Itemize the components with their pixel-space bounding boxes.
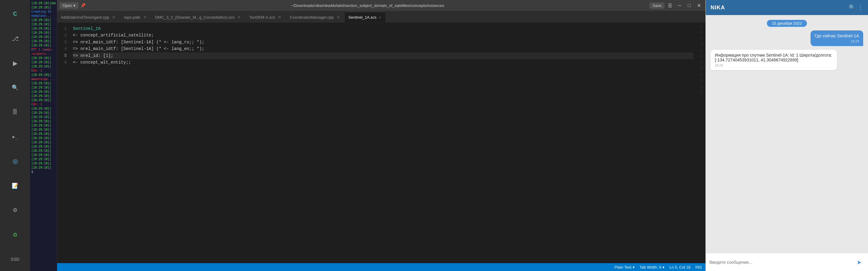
tab-label: CoordinatesManager.cpp	[290, 15, 334, 20]
bookmark-icon-11[interactable]: ☆	[700, 84, 703, 89]
terminal-line: [18:29:18][	[31, 111, 56, 115]
terminal-line: [18:29:18][	[31, 149, 56, 153]
terminal-line: $	[31, 170, 56, 174]
open-label: Open	[63, 3, 72, 8]
status-bar: Plain Text ▾ Tab Width: 8 ▾ Ln 5, Col 16…	[57, 263, 706, 271]
terminal-line: [18:29:18][	[31, 64, 56, 69]
tab-label: repo.path	[124, 15, 141, 20]
terminal-line: Edt: 1	[31, 102, 56, 107]
sidebar-item-ssd[interactable]: SSD	[3, 248, 27, 271]
code-line-5: => nrel_id: [1];	[73, 52, 693, 59]
nika-menu-icon[interactable]: ⋮	[858, 4, 863, 11]
pin-button[interactable]: 📌	[80, 3, 86, 8]
terminal-line: [18:29:18][	[31, 18, 56, 22]
window-menu-button[interactable]: ☰	[666, 1, 674, 10]
code-editor[interactable]: Sentinel_1A <- concept_artificial_satell…	[69, 23, 697, 263]
terminal-line: широта/до...	[31, 77, 56, 81]
terminal-line: [18:29:18][	[31, 22, 56, 27]
title-bar: Open ▾ 📌 ~/Downloads/nika/nika/kb/lab4/s…	[57, 0, 706, 11]
terminal-line: та/долго...	[31, 52, 56, 56]
status-tab-width[interactable]: Tab Width: 8 ▾	[640, 265, 664, 270]
terminal-line: [18:29:18][	[31, 98, 56, 102]
tab-tandem[interactable]: TanDEM-X.scs ✕	[246, 12, 286, 23]
tab-close-icon[interactable]: ✕	[277, 15, 282, 20]
tab-close-icon[interactable]: ✕	[142, 15, 148, 20]
nika-input-area: ➤	[706, 253, 868, 271]
status-position[interactable]: Ln 5, Col 16	[669, 265, 690, 270]
sidebar-item-git[interactable]: ⎇	[3, 27, 27, 50]
tab-coordinates[interactable]: CoordinatesManager.cpp ✕	[286, 12, 345, 23]
bookmark-icon-8[interactable]: ☆	[700, 66, 703, 70]
status-bar-right: Plain Text ▾ Tab Width: 8 ▾ Ln 5, Col 16…	[615, 265, 702, 270]
window-minimize-button[interactable]: ─	[675, 1, 684, 10]
tab-sentinel[interactable]: Sentinel_1A.scs ☆	[345, 12, 385, 23]
terminal-line: [18:29:18][	[31, 128, 56, 132]
tabs-bar: AddDateAndTimeAgent.cpp ✕ repo.path ✕ DM…	[57, 11, 706, 23]
sidebar-item-database[interactable]: 🗄	[3, 100, 27, 124]
terminal-line: [18:29:18][	[31, 123, 56, 128]
bookmark-icon-1[interactable]: ☆	[700, 24, 703, 28]
activity-bar: C ⎇ ▶ 🔍 🗄 ▶_ ◎ 📝 ⚙ ♻ SSD	[0, 0, 30, 271]
sidebar-item-terminal[interactable]: ▶_	[3, 125, 27, 148]
terminal-line: [18:29:18][	[31, 153, 56, 157]
terminal-line: [18:29:18][	[31, 56, 56, 60]
nika-search-icon[interactable]: 🔍	[849, 4, 855, 11]
open-button[interactable]: Open ▾	[60, 2, 79, 9]
tab-close-icon[interactable]: ✕	[111, 15, 117, 20]
bookmark-icon-9[interactable]: ☆	[700, 72, 703, 77]
nika-title: NIKA	[711, 4, 725, 11]
tab-dmc[interactable]: DMC_3_3_(Disaster_M...g_Constellation).s…	[152, 12, 246, 23]
sidebar-item-chrome[interactable]: ◎	[3, 150, 27, 173]
save-label: Save	[652, 3, 661, 8]
title-bar-right: Save ☰ ─ □ ✕	[650, 1, 703, 10]
line-number: 3	[57, 39, 67, 46]
tab-repopath[interactable]: repo.path ✕	[120, 12, 152, 23]
tab-width-chevron-icon: ▾	[662, 265, 664, 270]
bookmark-icon-7[interactable]: ☆	[700, 60, 703, 64]
sidebar-item-recycle[interactable]: ♻	[3, 223, 27, 246]
chat-bubble-user: Где сейчас Sentinel-1A 18:29	[810, 30, 863, 46]
terminal-line: [18:29:18][	[31, 115, 56, 119]
terminal-line: Creating th	[31, 10, 56, 14]
chat-message-user: Где сейчас Sentinel-1A 18:29	[711, 30, 863, 46]
line-number: 1	[57, 25, 67, 32]
chat-date-divider: 15 декабря 2022	[711, 20, 863, 27]
sidebar-item-clion[interactable]: C	[3, 2, 27, 26]
sidebar-item-search[interactable]: 🔍	[3, 76, 27, 99]
bookmark-icon-2[interactable]: ☆	[700, 30, 703, 34]
save-button[interactable]: Save	[650, 2, 664, 9]
status-language[interactable]: Plain Text ▾	[615, 265, 635, 270]
language-chevron-icon: ▾	[633, 265, 635, 270]
bookmark-icon-6[interactable]: ☆	[700, 54, 703, 58]
terminal-line: [18:29:18][	[31, 107, 56, 111]
bookmark-icon-3[interactable]: ☆	[700, 36, 703, 40]
line-number: 2	[57, 32, 67, 38]
tab-star-icon: ☆	[378, 16, 382, 20]
window-maximize-button[interactable]: □	[685, 1, 693, 10]
bookmark-icon-10[interactable]: ☆	[700, 78, 703, 83]
status-mode[interactable]: INS	[695, 265, 702, 270]
bookmark-icon-5[interactable]: ☆	[700, 48, 703, 52]
nika-panel: NIKA 🔍 ⋮ 15 декабря 2022 Где сейчас Sent…	[706, 0, 868, 271]
tab-adddate[interactable]: AddDateAndTimeAgent.cpp ✕	[57, 12, 120, 23]
terminal-line: [18:29:18][debug1]:	[31, 1, 56, 5]
terminal-line: Edt: 1	[31, 69, 56, 73]
tab-close-icon[interactable]: ✕	[236, 15, 242, 20]
sidebar-item-run[interactable]: ▶	[3, 52, 27, 75]
send-icon: ➤	[857, 259, 862, 266]
terminal-line: [18:29:18][	[31, 5, 56, 10]
tab-close-icon[interactable]: ✕	[336, 15, 341, 20]
chat-date-badge: 15 декабря 2022	[767, 20, 807, 27]
send-button[interactable]: ➤	[854, 257, 864, 268]
code-line-3: => nrel_main_idtf: [Sentinel-1A] (* <- l…	[73, 39, 693, 46]
chat-message-nika: Информация про спутник Sentinel-1A: Id: …	[711, 50, 863, 70]
window-close-button[interactable]: ✕	[695, 1, 703, 10]
bookmark-icon-4[interactable]: ☆	[700, 42, 703, 47]
bookmark-icon-12[interactable]: ☆	[700, 90, 703, 95]
sidebar-item-editor[interactable]: 📝	[3, 174, 27, 197]
sidebar-item-settings[interactable]: ⚙	[3, 199, 27, 222]
editor-content: 1 2 3 4 5 6 Sentinel_1A <- concept_artif…	[57, 23, 706, 263]
message-input[interactable]	[709, 260, 851, 265]
terminal-line: [18:29:18][	[31, 35, 56, 39]
nika-chat-area[interactable]: 15 декабря 2022 Где сейчас Sentinel-1A 1…	[706, 15, 868, 253]
